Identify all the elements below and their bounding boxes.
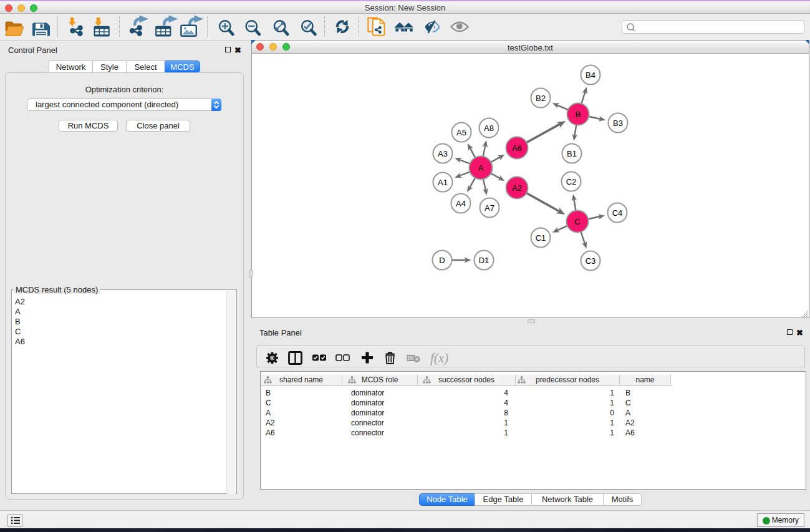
svg-text:C3: C3 bbox=[586, 256, 596, 266]
svg-text:D: D bbox=[439, 256, 445, 265]
svg-text:C: C bbox=[574, 217, 580, 226]
svg-text:f(x): f(x) bbox=[430, 351, 448, 365]
svg-text:C2: C2 bbox=[566, 177, 577, 186]
svg-text:B1: B1 bbox=[567, 149, 577, 158]
svg-text:A6: A6 bbox=[512, 143, 522, 153]
svg-text:B: B bbox=[576, 110, 581, 119]
svg-text:B3: B3 bbox=[613, 118, 623, 128]
svg-text:A2: A2 bbox=[512, 183, 522, 193]
svg-text:B4: B4 bbox=[586, 70, 595, 80]
svg-text:A1: A1 bbox=[438, 178, 448, 187]
svg-text:A3: A3 bbox=[438, 149, 448, 158]
svg-text:A7: A7 bbox=[485, 203, 494, 213]
svg-text:A4: A4 bbox=[456, 199, 466, 208]
svg-text:A8: A8 bbox=[484, 123, 494, 133]
svg-text:C1: C1 bbox=[536, 233, 546, 243]
svg-text:A: A bbox=[478, 163, 484, 173]
svg-text:C4: C4 bbox=[612, 208, 623, 218]
svg-text:D1: D1 bbox=[479, 256, 489, 265]
svg-text:A5: A5 bbox=[456, 128, 466, 137]
svg-text:B2: B2 bbox=[536, 94, 546, 103]
